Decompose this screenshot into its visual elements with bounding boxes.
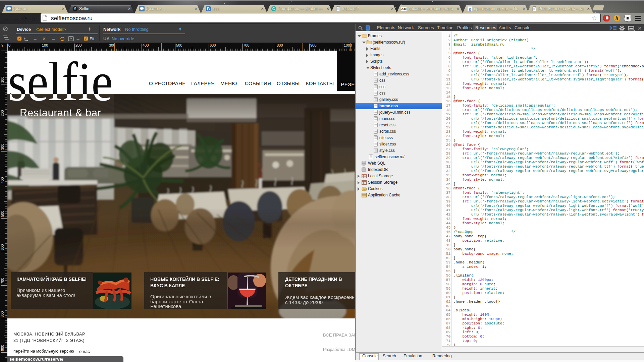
svg-text:1000: 1000 bbox=[344, 43, 352, 47]
svg-text:800: 800 bbox=[0, 311, 4, 317]
svg-text:300: 300 bbox=[109, 43, 115, 47]
svg-text:700: 700 bbox=[243, 43, 249, 47]
svg-text:600: 600 bbox=[210, 43, 216, 47]
svg-text:600: 600 bbox=[0, 244, 4, 250]
svg-text:200: 200 bbox=[0, 110, 4, 116]
svg-text:100: 100 bbox=[0, 77, 4, 83]
svg-text:200: 200 bbox=[75, 43, 82, 47]
svg-text:0: 0 bbox=[8, 43, 10, 47]
svg-text:900: 900 bbox=[310, 43, 316, 47]
svg-text:h: h bbox=[615, 16, 618, 21]
svg-text:500: 500 bbox=[176, 43, 182, 47]
svg-text:800: 800 bbox=[277, 43, 283, 47]
svg-text:400: 400 bbox=[143, 43, 149, 47]
svg-text:Ade: Ade bbox=[401, 7, 407, 10]
svg-text:G: G bbox=[272, 7, 275, 11]
svg-text:700: 700 bbox=[0, 278, 4, 284]
svg-text:900: 900 bbox=[0, 345, 4, 351]
svg-text:S: S bbox=[74, 6, 76, 11]
svg-text:g: g bbox=[469, 6, 471, 11]
svg-text:500: 500 bbox=[0, 211, 4, 217]
svg-text:100: 100 bbox=[42, 43, 48, 47]
svg-text:B: B bbox=[207, 7, 210, 11]
svg-text:400: 400 bbox=[0, 177, 4, 183]
svg-text:300: 300 bbox=[0, 144, 4, 150]
